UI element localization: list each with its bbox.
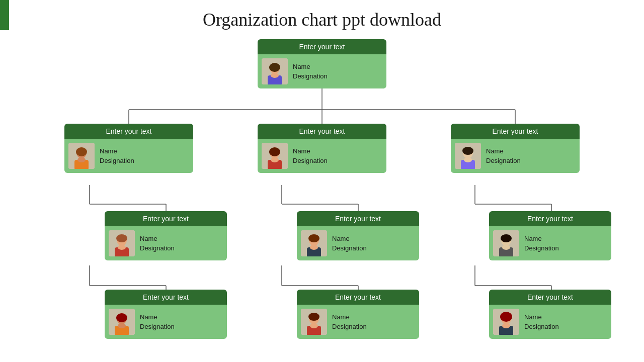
card-col3-l1-body: Name Designation: [451, 139, 580, 173]
card-col3-l2-body: Name Designation: [489, 226, 611, 260]
svg-point-27: [271, 73, 279, 78]
page: Organization chart ppt download: [0, 0, 644, 362]
card-col2-l1-header: Enter your text: [258, 124, 386, 139]
svg-point-37: [271, 157, 279, 162]
card-col2-l3-text: Name Designation: [332, 312, 367, 332]
svg-point-30: [76, 147, 87, 156]
card-col2-l1-text: Name Designation: [293, 146, 328, 166]
card-col3-l3: Enter your text Name Designation: [489, 290, 611, 339]
card-col3-l3-text: Name Designation: [524, 312, 559, 332]
svg-point-65: [308, 313, 319, 321]
card-col3-l2: Enter your text Name Designation: [489, 211, 611, 260]
card-col2-l2-avatar: [301, 230, 327, 256]
svg-point-42: [464, 157, 472, 162]
card-col2-l1-body: Name Designation: [258, 139, 386, 173]
svg-point-52: [310, 245, 318, 250]
card-col2-l3: Enter your text Name Designation: [297, 290, 419, 339]
card-col1-l2-header: Enter your text: [105, 211, 227, 226]
card-root: Enter your text Name Designation: [258, 39, 386, 88]
card-root-text: Name Designation: [293, 62, 328, 81]
svg-point-47: [118, 245, 126, 250]
card-col2-l2: Enter your text Name Designation: [297, 211, 419, 260]
card-col2-l1: Enter your text Name Designation: [258, 124, 386, 173]
svg-point-40: [462, 147, 473, 155]
card-col1-l3-header: Enter your text: [105, 290, 227, 305]
card-col2-l2-body: Name Designation: [297, 226, 419, 260]
card-col1-l2-body: Name Designation: [105, 226, 227, 260]
card-col2-l1-avatar: [262, 143, 288, 169]
svg-point-70: [500, 312, 512, 322]
card-col2-l2-text: Name Designation: [332, 234, 367, 253]
card-root-avatar: [262, 58, 288, 84]
card-col3-l2-text: Name Designation: [524, 234, 559, 253]
page-title: Organization chart ppt download: [0, 0, 644, 35]
svg-point-35: [269, 147, 280, 156]
card-col2-l3-header: Enter your text: [297, 290, 419, 305]
card-col3-l3-body: Name Designation: [489, 305, 611, 339]
svg-point-50: [308, 234, 319, 242]
svg-point-57: [502, 245, 510, 250]
card-col1-l2: Enter your text Name Designation: [105, 211, 227, 260]
svg-point-72: [502, 323, 510, 328]
card-col3-l2-avatar: [493, 230, 519, 256]
card-root-header: Enter your text: [258, 39, 386, 54]
svg-point-67: [310, 323, 318, 328]
left-accent: [0, 0, 9, 30]
card-col2-l3-body: Name Designation: [297, 305, 419, 339]
card-col1-l2-avatar: [109, 230, 135, 256]
card-col1-l3-avatar: [109, 309, 135, 335]
card-col1-l3: Enter your text Name Designation: [105, 290, 227, 339]
card-col1-l3-body: Name Designation: [105, 305, 227, 339]
svg-point-55: [501, 234, 512, 242]
card-root-body: Name Designation: [258, 54, 386, 88]
card-col1-l2-text: Name Designation: [140, 234, 175, 253]
card-col3-l1-avatar: [455, 143, 481, 169]
card-col3-l1-header: Enter your text: [451, 124, 580, 139]
svg-point-62: [118, 323, 126, 328]
svg-point-25: [269, 63, 280, 72]
card-col3-l3-header: Enter your text: [489, 290, 611, 305]
card-col1-l1-avatar: [68, 143, 95, 169]
svg-point-45: [116, 234, 127, 242]
card-col2-l3-avatar: [301, 309, 327, 335]
card-col3-l2-header: Enter your text: [489, 211, 611, 226]
card-col2-l2-header: Enter your text: [297, 211, 419, 226]
svg-point-60: [116, 313, 127, 322]
card-col1-l1-body: Name Designation: [64, 139, 193, 173]
card-col3-l1-text: Name Designation: [486, 146, 521, 166]
card-col3-l1: Enter your text Name Designation: [451, 124, 580, 173]
card-col1-l3-text: Name Designation: [140, 312, 175, 332]
card-col1-l1-header: Enter your text: [64, 124, 193, 139]
card-col3-l3-avatar: [493, 309, 519, 335]
card-col1-l1: Enter your text Name Designation: [64, 124, 193, 173]
org-chart: Enter your text Name Designation: [30, 34, 614, 357]
svg-point-32: [77, 157, 86, 162]
card-col1-l1-text: Name Designation: [100, 146, 134, 166]
